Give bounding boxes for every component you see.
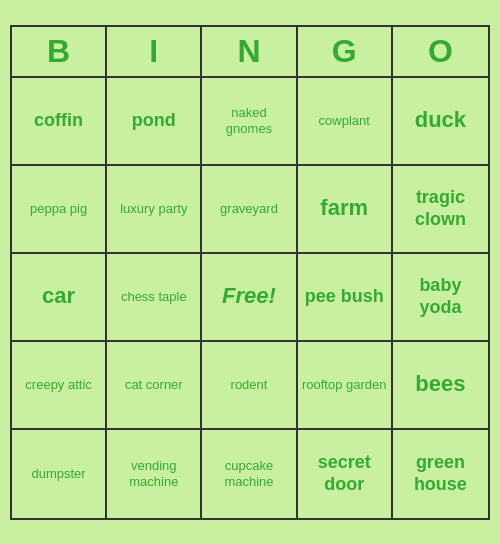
bingo-cell-4: duck xyxy=(393,78,488,166)
bingo-cell-20: dumpster xyxy=(12,430,107,518)
cell-text-17: rodent xyxy=(231,377,268,393)
bingo-cell-10: car xyxy=(12,254,107,342)
cell-text-8: farm xyxy=(320,195,368,221)
cell-text-2: naked gnomes xyxy=(206,105,291,136)
cell-text-3: cowplant xyxy=(319,113,370,129)
bingo-header: BINGO xyxy=(12,27,488,78)
cell-text-24: green house xyxy=(397,452,484,495)
bingo-cell-14: baby yoda xyxy=(393,254,488,342)
cell-text-19: bees xyxy=(415,371,465,397)
bingo-cell-21: vending machine xyxy=(107,430,202,518)
cell-text-20: dumpster xyxy=(31,466,85,482)
bingo-cell-3: cowplant xyxy=(298,78,393,166)
cell-text-13: pee bush xyxy=(305,286,384,308)
bingo-cell-9: tragic clown xyxy=(393,166,488,254)
header-letter-i: I xyxy=(107,27,202,76)
bingo-cell-13: pee bush xyxy=(298,254,393,342)
bingo-card: BINGO coffinpondnaked gnomescowplantduck… xyxy=(10,25,490,520)
header-letter-n: N xyxy=(202,27,297,76)
bingo-cell-7: graveyard xyxy=(202,166,297,254)
bingo-cell-17: rodent xyxy=(202,342,297,430)
bingo-cell-23: secret door xyxy=(298,430,393,518)
bingo-cell-18: rooftop garden xyxy=(298,342,393,430)
bingo-cell-16: cat corner xyxy=(107,342,202,430)
cell-text-22: cupcake machine xyxy=(206,458,291,489)
cell-text-9: tragic clown xyxy=(397,187,484,230)
cell-text-1: pond xyxy=(132,110,176,132)
cell-text-4: duck xyxy=(415,107,466,133)
cell-text-11: chess taple xyxy=(121,289,187,305)
bingo-cell-8: farm xyxy=(298,166,393,254)
bingo-cell-11: chess taple xyxy=(107,254,202,342)
bingo-cell-24: green house xyxy=(393,430,488,518)
bingo-cell-6: luxury party xyxy=(107,166,202,254)
bingo-cell-0: coffin xyxy=(12,78,107,166)
bingo-cell-1: pond xyxy=(107,78,202,166)
cell-text-6: luxury party xyxy=(120,201,187,217)
header-letter-g: G xyxy=(298,27,393,76)
bingo-grid: coffinpondnaked gnomescowplantduckpeppa … xyxy=(12,78,488,518)
header-letter-b: B xyxy=(12,27,107,76)
header-letter-o: O xyxy=(393,27,488,76)
bingo-cell-5: peppa pig xyxy=(12,166,107,254)
cell-text-18: rooftop garden xyxy=(302,377,387,393)
bingo-cell-12: Free! xyxy=(202,254,297,342)
bingo-cell-15: creepy attic xyxy=(12,342,107,430)
bingo-cell-22: cupcake machine xyxy=(202,430,297,518)
cell-text-5: peppa pig xyxy=(30,201,87,217)
cell-text-7: graveyard xyxy=(220,201,278,217)
cell-text-15: creepy attic xyxy=(25,377,91,393)
cell-text-16: cat corner xyxy=(125,377,183,393)
cell-text-12: Free! xyxy=(222,283,276,309)
bingo-cell-2: naked gnomes xyxy=(202,78,297,166)
bingo-cell-19: bees xyxy=(393,342,488,430)
cell-text-10: car xyxy=(42,283,75,309)
cell-text-23: secret door xyxy=(302,452,387,495)
cell-text-14: baby yoda xyxy=(397,275,484,318)
cell-text-21: vending machine xyxy=(111,458,196,489)
cell-text-0: coffin xyxy=(34,110,83,132)
